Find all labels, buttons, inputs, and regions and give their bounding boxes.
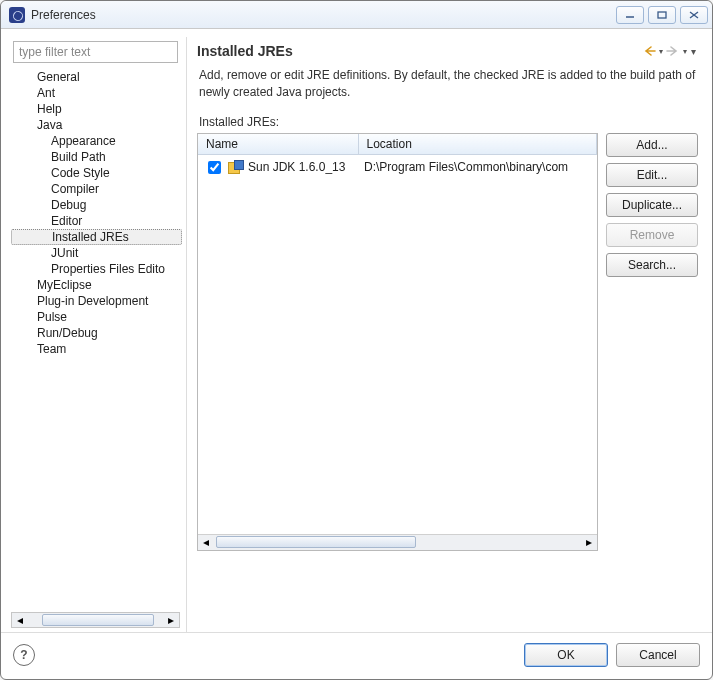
add-button[interactable]: Add... (606, 133, 698, 157)
scroll-left-icon[interactable]: ◂ (12, 613, 28, 627)
list-label: Installed JREs: (197, 111, 698, 133)
column-location-header[interactable]: Location (358, 134, 597, 155)
chevron-down-icon: ▾ (691, 46, 696, 57)
minimize-button[interactable] (616, 6, 644, 24)
tree-item[interactable]: Build Path (11, 149, 182, 165)
tree-item[interactable]: Pulse (11, 309, 182, 325)
edit-button[interactable]: Edit... (606, 163, 698, 187)
arrow-forward-icon (666, 44, 682, 58)
side-button-column: Add... Edit... Duplicate... Remove Searc… (606, 133, 698, 551)
maximize-icon (657, 11, 667, 19)
tree-item[interactable]: Appearance (11, 133, 182, 149)
app-icon (9, 7, 25, 23)
page-title: Installed JREs (197, 43, 293, 59)
tree-item[interactable]: Compiler (11, 181, 182, 197)
help-button[interactable]: ? (13, 644, 35, 666)
svg-rect-1 (658, 12, 666, 18)
column-name-header[interactable]: Name (198, 134, 358, 155)
jre-checkbox[interactable] (208, 161, 221, 174)
window-title: Preferences (31, 8, 96, 22)
scroll-thumb[interactable] (216, 536, 416, 548)
tree-item[interactable]: Team (11, 341, 182, 357)
tree-item[interactable]: JUnit (11, 245, 182, 261)
preference-tree[interactable]: GeneralAntHelpJavaAppearanceBuild PathCo… (9, 69, 182, 608)
filter-input[interactable]: type filter text (13, 41, 178, 63)
page-description: Add, remove or edit JRE definitions. By … (197, 67, 698, 111)
maximize-button[interactable] (648, 6, 676, 24)
main-panel: Installed JREs ▾ ▾ ▾ Add, remove or edit… (187, 37, 704, 632)
tree-item[interactable]: MyEclipse (11, 277, 182, 293)
nav-forward-button[interactable]: ▾ (666, 44, 687, 58)
arrow-back-icon (642, 44, 658, 58)
tree-item[interactable]: Code Style (11, 165, 182, 181)
search-button[interactable]: Search... (606, 253, 698, 277)
tree-item[interactable]: Editor (11, 213, 182, 229)
close-icon (689, 11, 699, 19)
scroll-right-icon[interactable]: ▸ (581, 535, 597, 550)
bottom-bar: ? OK Cancel (1, 632, 712, 679)
nav-back-button[interactable]: ▾ (642, 44, 663, 58)
tree-item[interactable]: Java (11, 117, 182, 133)
jre-name: Sun JDK 1.6.0_13 (248, 160, 345, 174)
tree-item[interactable]: Installed JREs (11, 229, 182, 245)
table-scrollbar[interactable]: ◂ ▸ (198, 534, 597, 550)
close-button[interactable] (680, 6, 708, 24)
minimize-icon (625, 11, 635, 19)
nav-menu-button[interactable]: ▾ (690, 46, 696, 57)
tree-item[interactable]: Plug-in Development (11, 293, 182, 309)
table-row[interactable]: Sun JDK 1.6.0_13D:\Program Files\Common\… (198, 155, 597, 180)
tree-item[interactable]: Run/Debug (11, 325, 182, 341)
tree-item[interactable]: Help (11, 101, 182, 117)
tree-item[interactable]: Ant (11, 85, 182, 101)
cancel-button[interactable]: Cancel (616, 643, 700, 667)
titlebar: Preferences (1, 1, 712, 29)
tree-item[interactable]: Properties Files Edito (11, 261, 182, 277)
scroll-thumb[interactable] (42, 614, 154, 626)
sidebar-scrollbar[interactable]: ◂ ▸ (11, 612, 180, 628)
duplicate-button[interactable]: Duplicate... (606, 193, 698, 217)
scroll-left-icon[interactable]: ◂ (198, 535, 214, 550)
remove-button: Remove (606, 223, 698, 247)
jre-location: D:\Program Files\Common\binary\com (358, 155, 597, 180)
chevron-down-icon: ▾ (683, 47, 687, 56)
jre-table[interactable]: Name Location Sun JDK 1.6.0_13D:\Program… (197, 133, 598, 551)
preferences-window: Preferences type filter text GeneralAntH… (0, 0, 713, 680)
jre-icon (228, 160, 244, 174)
sidebar: type filter text GeneralAntHelpJavaAppea… (9, 37, 187, 632)
tree-item[interactable]: Debug (11, 197, 182, 213)
tree-item[interactable]: General (11, 69, 182, 85)
ok-button[interactable]: OK (524, 643, 608, 667)
scroll-right-icon[interactable]: ▸ (163, 613, 179, 627)
chevron-down-icon: ▾ (659, 47, 663, 56)
